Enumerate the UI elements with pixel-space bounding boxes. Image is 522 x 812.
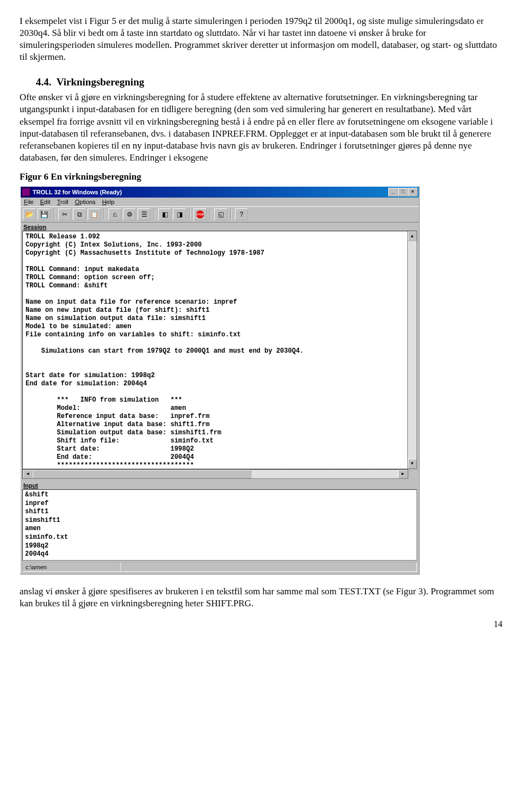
body-paragraph-2: anslag vi ønsker å gjøre spesifiseres av… [20, 586, 502, 610]
title-bar[interactable]: TROLL 32 for Windows (Ready) _ □ × [21, 187, 419, 198]
hscroll-track[interactable] [33, 470, 398, 478]
body-paragraph-1: Ofte ønsker vi å gjøre en virkningsbereg… [20, 91, 502, 164]
session-hscroll[interactable]: ◄ ► [22, 469, 408, 479]
copy-icon[interactable]: ⧉ [73, 208, 86, 220]
input-area[interactable]: &shift inpref shift1 simshift1 amen simi… [22, 489, 417, 561]
tool-icon-1[interactable]: ⎌ [108, 208, 121, 220]
session-vscroll[interactable]: ▲ ▼ [407, 231, 417, 469]
status-path: c:\amen [22, 562, 121, 572]
code-ref-testtxt: TEST.TXT [339, 586, 381, 596]
menu-help[interactable]: Help [102, 199, 115, 205]
help-icon[interactable]: ? [235, 208, 248, 220]
menu-options[interactable]: Options [75, 199, 96, 205]
tool-icon-6[interactable]: ◱ [214, 208, 227, 220]
session-output: TROLL Release 1.092 Copyright (C) Intex … [23, 231, 407, 469]
body-text: . [251, 598, 253, 608]
heading-number: 4.4. [36, 76, 52, 88]
scroll-down-icon[interactable]: ▼ [408, 459, 417, 469]
cut-icon[interactable]: ✂ [58, 208, 71, 220]
tool-icon-2[interactable]: ⚙ [123, 208, 136, 220]
tool-icon-4[interactable]: ◧ [158, 208, 171, 220]
session-label: Session [21, 223, 419, 231]
menu-bar: File Edit Troll Options Help [21, 198, 419, 206]
scroll-left-icon[interactable]: ◄ [23, 470, 33, 478]
menu-troll[interactable]: Troll [57, 199, 69, 205]
status-bar: c:\amen [22, 562, 417, 572]
tool-icon-3[interactable]: ☰ [138, 208, 151, 220]
save-icon[interactable]: 💾 [38, 208, 51, 220]
scroll-right-icon[interactable]: ► [398, 470, 408, 478]
menu-file[interactable]: File [24, 199, 34, 205]
status-empty [121, 562, 417, 572]
figure-caption: Figur 6 En virkningsberegning [20, 171, 502, 182]
hscroll-thumb[interactable] [33, 470, 251, 478]
stop-button[interactable]: STOP [194, 208, 207, 220]
window-title: TROLL 32 for Windows (Ready) [33, 189, 122, 195]
section-heading: 4.4. Virkningsberegning [36, 76, 502, 88]
troll-window: TROLL 32 for Windows (Ready) _ □ × File … [20, 186, 420, 575]
tool-icon-5[interactable]: ◨ [173, 208, 186, 220]
page-number: 14 [20, 619, 502, 629]
paste-icon[interactable]: 📋 [88, 208, 101, 220]
minimize-button[interactable]: _ [388, 188, 398, 196]
code-ref-inpref: INPREF.FRM [212, 128, 265, 139]
intro-paragraph: I eksempelet vist i Figur 5 er det mulig… [20, 15, 502, 63]
code-ref-shiftprg: SHIFT.PRG [206, 598, 251, 608]
close-button[interactable]: × [408, 188, 418, 196]
body-text: anslag vi ønsker å gjøre spesifiseres av… [20, 586, 339, 596]
open-icon[interactable]: 📂 [23, 208, 36, 220]
toolbar: 📂 💾 ✂ ⧉ 📋 ⎌ ⚙ ☰ ◧ ◨ STOP ◱ ? [21, 206, 419, 223]
input-label: Input [21, 481, 419, 489]
maximize-button[interactable]: □ [398, 188, 408, 196]
menu-edit[interactable]: Edit [40, 199, 51, 205]
scroll-up-icon[interactable]: ▲ [408, 231, 417, 241]
scroll-track[interactable] [408, 241, 417, 459]
app-icon [22, 188, 30, 196]
heading-text: Virkningsberegning [57, 76, 145, 88]
